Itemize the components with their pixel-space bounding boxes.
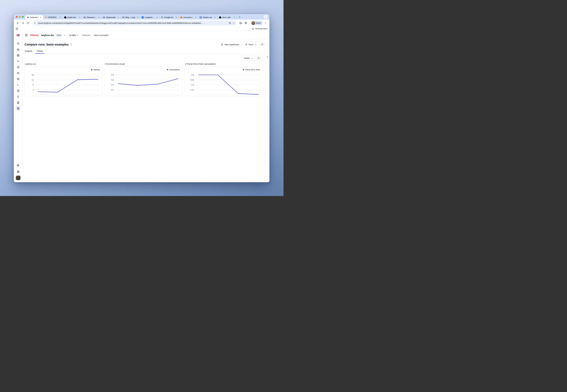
site-settings-icon[interactable] xyxy=(33,21,37,25)
profile-chip[interactable]: Work xyxy=(251,21,262,25)
org-name[interactable]: langfuse-dev xyxy=(41,34,54,36)
chart-panel: 0.80.60.40.2Correctness xyxy=(105,67,182,96)
langfuse-logo[interactable] xyxy=(14,31,22,39)
url-text[interactable]: cloud.langfuse.com/project/cmfwgv8fx002o… xyxy=(38,22,227,24)
user-avatar[interactable] xyxy=(16,176,20,180)
sidebar-item-dashboards[interactable] xyxy=(15,53,21,58)
browser-tab[interactable]: Accounts |× xyxy=(179,15,198,19)
legend-dot-icon xyxy=(91,69,92,70)
y-axis-tick-label: 0.45 xyxy=(190,79,194,81)
tab-close-icon[interactable]: × xyxy=(78,16,81,19)
browser-tab[interactable]: 6Langfuse -× xyxy=(140,15,159,19)
search-tabs-button[interactable]: ⌄ xyxy=(264,15,268,19)
settings-gear-icon[interactable] xyxy=(15,163,21,168)
tab-close-icon[interactable]: × xyxy=(156,16,158,19)
window-controls xyxy=(16,14,25,19)
privacy-badge-icon[interactable] xyxy=(238,21,243,25)
list-icon xyxy=(245,43,247,46)
legend-label: latency xyxy=(94,69,100,71)
breadcrumb-separator: / xyxy=(92,34,93,37)
apps-grid-icon[interactable] xyxy=(16,28,18,30)
tab-title: Marlies we xyxy=(203,16,213,18)
sidebar-item-annotation[interactable] xyxy=(15,100,21,105)
breadcrumb-datasets-link[interactable]: Datasets xyxy=(82,34,90,36)
tab-close-icon[interactable]: × xyxy=(40,16,42,19)
tab-close-icon[interactable]: × xyxy=(136,16,139,19)
reload-button[interactable] xyxy=(26,21,30,25)
tab-close-icon[interactable]: × xyxy=(214,16,216,19)
browser-tab[interactable]: Marlies we× xyxy=(198,15,217,19)
sidebar-item-judge[interactable] xyxy=(15,94,21,99)
github-favicon-icon xyxy=(219,16,221,19)
browser-tab[interactable]: Organizatio× xyxy=(101,15,121,19)
browser-window: Datasets | L×CO20250923××feat(io-tab×Dat… xyxy=(14,14,269,182)
browser-tab[interactable]: Datasets |× xyxy=(82,15,101,19)
chart-legend: Correctness xyxy=(167,69,180,71)
bookmarks-bar: All Bookmarks xyxy=(14,27,269,31)
y-axis-tick-label: 0.2 xyxy=(111,89,114,91)
panel-left-toggle-icon[interactable] xyxy=(25,34,28,37)
browser-tab[interactable]: Datasets | L× xyxy=(25,15,43,19)
y-axis-tick-label: 4 xyxy=(33,89,34,91)
new-tab-button[interactable]: + xyxy=(238,15,241,19)
desktop-wallpaper: Datasets | L×CO20250923××feat(io-tab×Dat… xyxy=(0,0,284,196)
y-axis-tick-label: 8 xyxy=(33,84,34,86)
browser-tab[interactable]: docs: add× xyxy=(217,15,237,19)
support-lifebuoy-icon[interactable] xyxy=(15,169,21,174)
back-button[interactable] xyxy=(15,21,20,25)
sidebar-item-evals[interactable] xyxy=(15,88,21,93)
zoom-page-icon[interactable] xyxy=(229,22,231,24)
info-icon[interactable] xyxy=(70,43,72,46)
sidebar-item-home[interactable] xyxy=(15,47,21,52)
chart-block: # Correctness (eval)0.80.60.40.2Correctn… xyxy=(105,63,182,96)
charts-filter-button[interactable]: Charts 3 xyxy=(241,56,263,61)
sidebar-item-users[interactable] xyxy=(15,71,21,75)
address-bar[interactable]: cloud.langfuse.com/project/cmfwgv8fx002o… xyxy=(32,21,236,25)
langfuse-favicon-icon xyxy=(103,16,105,19)
sidebar-item-search[interactable] xyxy=(15,41,21,46)
close-window-button[interactable] xyxy=(16,16,18,18)
browser-tab[interactable]: ×feat(io-tab× xyxy=(62,15,82,19)
tab-close-icon[interactable]: × xyxy=(233,16,236,19)
cloud-favicon-icon xyxy=(180,16,183,19)
chart-legend: latency xyxy=(91,69,100,71)
tab-outputs[interactable]: Outputs xyxy=(25,49,32,54)
forward-button[interactable] xyxy=(21,21,25,25)
browser-tab[interactable]: Google Ge× xyxy=(159,15,179,19)
org-chevron-down-icon[interactable] xyxy=(64,34,66,36)
playground-icon xyxy=(17,83,20,86)
tab-close-icon[interactable]: × xyxy=(194,16,197,19)
all-bookmarks-button[interactable]: All Bookmarks xyxy=(250,27,267,30)
browser-tab[interactable]: Blog - Lang× xyxy=(121,15,140,19)
browser-tab[interactable]: CO20250923× xyxy=(43,15,62,19)
chart-title: # Correctness (eval) xyxy=(105,63,182,65)
browser-menu-kebab-icon[interactable]: ⋮ xyxy=(263,21,268,25)
collapse-panel-button[interactable] xyxy=(266,56,269,182)
chart-panel: 161284latency xyxy=(25,67,102,96)
sidebar-item-playground[interactable] xyxy=(15,83,21,87)
tab-close-icon[interactable]: × xyxy=(175,16,177,19)
tab-close-icon[interactable]: × xyxy=(59,16,61,19)
tab-close-icon[interactable]: × xyxy=(117,16,119,19)
sidebar-item-sessions[interactable] xyxy=(15,65,21,70)
project-selector[interactable]: no-filter xyxy=(69,34,79,36)
tab-charts[interactable]: Charts xyxy=(36,49,43,54)
new-experiment-button[interactable]: New experiment xyxy=(219,42,241,47)
runs-dropdown-button[interactable]: Runs 4 xyxy=(243,42,267,47)
minimize-window-button[interactable] xyxy=(19,16,21,18)
chart-legend: Parse Error Rate xyxy=(243,69,260,71)
sidebar-item-prompts[interactable] xyxy=(15,77,21,81)
legend-dot-icon xyxy=(167,69,168,70)
environment-badge[interactable]: PROD-EU xyxy=(29,34,40,37)
gemini-favicon-icon xyxy=(161,16,163,19)
breadcrumb-separator: / xyxy=(67,34,68,37)
page-title: Compare runs: basic-examples xyxy=(25,43,69,46)
home-icon xyxy=(17,48,20,51)
charts-toolbar: Charts 3 xyxy=(25,56,263,61)
tab-close-icon[interactable]: × xyxy=(98,16,100,19)
bookmark-star-icon[interactable]: ☆ xyxy=(233,22,235,25)
maximize-window-button[interactable] xyxy=(22,16,24,18)
sidebar-item-tracing[interactable] xyxy=(15,59,21,64)
extensions-puzzle-icon[interactable] xyxy=(243,21,248,25)
sidebar-item-datasets[interactable] xyxy=(15,106,21,111)
